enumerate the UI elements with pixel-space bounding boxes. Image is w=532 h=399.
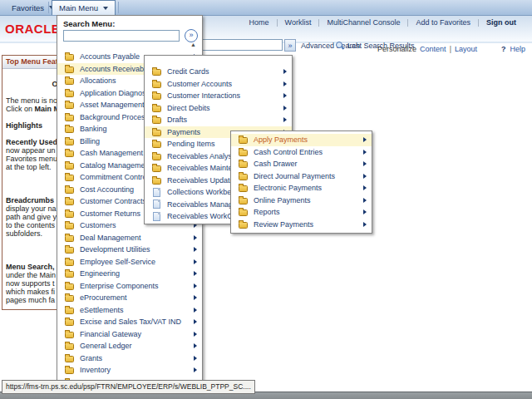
peoplesoft-window: Favorites Main Menu ORACLE HomeWorklistM… — [0, 0, 532, 399]
submenu-arrow-icon — [194, 295, 197, 300]
personalize-content-link[interactable]: Content — [420, 45, 446, 53]
status-url-tooltip: https://fms-trn.ps.sc.edu/psp/FTRN/EMPLO… — [2, 380, 255, 394]
divider — [407, 19, 408, 27]
menu-item-label: Review Payments — [254, 220, 313, 229]
submenu-arrow-icon — [194, 235, 197, 240]
folder-icon — [152, 141, 161, 148]
menu-item-label: Drafts — [167, 116, 187, 124]
menu1-item-inventory[interactable]: Inventory — [57, 364, 202, 377]
menu1-item-esettlements[interactable]: eSettlements — [57, 304, 202, 317]
header-link-home[interactable]: Home — [249, 18, 269, 27]
menu-item-label: Engineering — [80, 269, 120, 278]
menu2-item-drafts[interactable]: Drafts — [145, 114, 292, 126]
menu-search-go-icon[interactable]: » — [185, 29, 198, 42]
menu1-item-excise-and-sales-tax-vat-ind[interactable]: Excise and Sales Tax/VAT IND — [57, 316, 202, 328]
menu1-item-eprocurement[interactable]: eProcurement — [57, 292, 202, 304]
folder-icon — [152, 130, 161, 136]
header-search-go-button[interactable]: » — [284, 39, 296, 52]
header-link-multichannel-console[interactable]: MultiChannel Console — [327, 18, 400, 27]
help-link[interactable]: Help — [510, 45, 525, 53]
submenu-arrow-icon — [194, 247, 197, 252]
menu-item-label: Enterprise Components — [80, 282, 159, 290]
header-link-add-to-favorites[interactable]: Add to Favorites — [416, 18, 470, 27]
document-icon — [153, 200, 160, 209]
oracle-logo: ORACLE — [5, 22, 60, 36]
submenu-arrow-icon — [194, 308, 197, 313]
submenu-arrow-icon — [194, 283, 197, 288]
menu3-item-reports[interactable]: Reports — [231, 206, 372, 219]
document-icon — [153, 212, 160, 221]
folder-icon — [152, 81, 161, 88]
divider: | — [450, 45, 451, 53]
menu-item-label: Cash Drawer — [254, 160, 298, 168]
menu1-item-engineering[interactable]: Engineering — [57, 268, 202, 280]
personalize-layout-link[interactable]: Layout — [455, 45, 477, 53]
menu-search-input[interactable] — [63, 30, 180, 42]
help-controls: ? Help — [501, 45, 525, 53]
menu1-item-financial-gateway[interactable]: Financial Gateway — [57, 328, 202, 341]
folder-icon — [239, 185, 248, 192]
menu-item-label: Billing — [80, 137, 100, 145]
help-question-icon[interactable]: ? — [501, 45, 506, 53]
folder-icon — [65, 199, 74, 205]
folder-icon — [152, 178, 161, 185]
menu-item-label: Apply Payments — [254, 135, 308, 144]
pagelet-text: Click on — [6, 105, 35, 113]
submenu-arrow-icon — [363, 150, 367, 155]
menu2-item-customer-interactions[interactable]: Customer Interactions — [145, 90, 292, 102]
folder-icon — [65, 91, 74, 97]
menu-item-label: Customer Returns — [80, 209, 140, 218]
menu1-item-development-utilities[interactable]: Development Utilities — [57, 244, 202, 256]
menu1-item-grants[interactable]: Grants — [57, 352, 202, 365]
menu3-item-cash-control-entries[interactable]: Cash Control Entries — [231, 146, 372, 159]
menu-item-label: Pending Items — [167, 140, 215, 148]
menu1-item-employee-self-service[interactable]: Employee Self-Service — [57, 256, 202, 268]
divider — [318, 19, 319, 27]
personalize-label: Personalize — [377, 45, 416, 53]
folder-icon — [152, 106, 161, 112]
divider — [478, 19, 479, 27]
favorites-menu-label: Favorites — [12, 3, 44, 12]
menu1-item-deal-management[interactable]: Deal Management — [57, 232, 202, 244]
menu1-item-enterprise-components[interactable]: Enterprise Components — [57, 280, 202, 293]
menu2-item-direct-debits[interactable]: Direct Debits — [145, 102, 292, 115]
submenu-arrow-icon — [363, 174, 367, 179]
submenu-arrow-icon — [363, 198, 367, 203]
menu2-item-credit-cards[interactable]: Credit Cards — [145, 66, 292, 78]
folder-icon — [239, 174, 248, 180]
payments-flyout: Apply PaymentsCash Control EntriesCash D… — [230, 131, 372, 234]
menu3-item-cash-drawer[interactable]: Cash Drawer — [231, 158, 372, 170]
menu-scroll-up-icon[interactable]: ▲ — [190, 42, 196, 47]
header-link-sign-out[interactable]: Sign out — [486, 18, 516, 27]
menu-item-label: Customer Contracts — [80, 197, 146, 205]
menu-item-label: eSettlements — [80, 306, 124, 314]
menu-item-label: Excise and Sales Tax/VAT IND — [80, 318, 181, 326]
folder-icon — [65, 235, 74, 242]
menu-item-label: Payments — [167, 128, 200, 136]
folder-icon — [65, 175, 74, 181]
menu2-item-customer-accounts[interactable]: Customer Accounts — [145, 78, 292, 91]
folder-icon — [152, 93, 161, 100]
main-menu-button[interactable]: Main Menu — [52, 0, 116, 15]
menu-item-label: eProcurement — [80, 293, 127, 302]
header-link-worklist[interactable]: Worklist — [285, 18, 312, 27]
submenu-arrow-icon — [363, 222, 367, 227]
menu1-item-general-ledger[interactable]: General Ledger — [57, 340, 202, 352]
menu3-item-review-payments[interactable]: Review Payments — [231, 219, 372, 231]
main-menu-label: Main Menu — [59, 3, 98, 12]
menu-item-label: Cash Management — [80, 149, 143, 157]
menu-item-label: Financial Gateway — [80, 330, 141, 338]
folder-icon — [239, 137, 248, 144]
menu3-item-direct-journal-payments[interactable]: Direct Journal Payments — [231, 170, 372, 183]
folder-icon — [65, 115, 74, 121]
menu-item-label: Reports — [254, 208, 280, 216]
menu3-item-electronic-payments[interactable]: Electronic Payments — [231, 182, 372, 195]
submenu-arrow-icon — [283, 69, 287, 74]
folder-icon — [65, 163, 74, 170]
submenu-arrow-icon — [363, 209, 367, 214]
folder-icon — [65, 259, 74, 266]
folder-icon — [65, 308, 74, 314]
menu3-item-apply-payments[interactable]: Apply Payments — [231, 134, 372, 146]
menu3-item-online-payments[interactable]: Online Payments — [231, 195, 372, 207]
folder-icon — [65, 150, 74, 157]
